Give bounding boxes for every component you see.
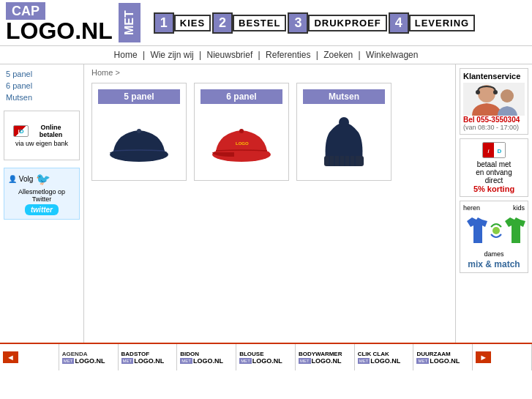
- phone-hours: (van 08:30 - 17:00): [463, 124, 525, 131]
- footer-item-agenda[interactable]: AGENDA MET LOGO.NL: [59, 344, 119, 370]
- ideal-widget: iD Online betalen via uw eigen bank: [4, 111, 80, 160]
- met-badge-agenda: MET: [62, 358, 75, 364]
- product-image-5panel: [99, 108, 179, 174]
- footer-duurzaam-label: DUURZAAM: [416, 351, 460, 357]
- page-header: CAP LOGO.NL MET 1 KIES 2 BESTEL 3 DRUKPR…: [0, 0, 532, 46]
- footer-blouse-logo: MET LOGO.NL: [239, 357, 282, 365]
- footer-item-next[interactable]: ►: [473, 344, 532, 370]
- step-4-label: LEVERING: [409, 15, 475, 31]
- mm-heren: heren: [463, 204, 480, 212]
- footer-clikclak-label: CLIK CLAK: [358, 351, 401, 357]
- phone-number: Bel 055-3550304: [463, 116, 525, 124]
- nav-home[interactable]: Home: [114, 50, 138, 60]
- nav-referenties[interactable]: Referenties: [266, 50, 310, 60]
- mm-title: mix & match: [463, 259, 525, 269]
- product-title-6panel: 6 panel: [201, 89, 282, 104]
- met-badge-blouse: MET: [239, 358, 252, 364]
- footer-badstof-label: BADSTOF: [121, 351, 165, 357]
- ideal-line1: betaal met: [463, 160, 525, 168]
- svg-point-12: [339, 117, 349, 127]
- step-3-num: 3: [288, 12, 308, 34]
- ideal-payment-widget: i D betaal met en ontvang direct 5% kort…: [460, 138, 528, 197]
- mm-dames: dames: [463, 250, 525, 258]
- steps-bar: 1 KIES 2 BESTEL 3 DRUKPROEF 4 LEVERING: [154, 12, 475, 34]
- nav-nieuwsbrief[interactable]: Nieuwsbrief: [207, 50, 253, 60]
- footer-item-blouse-content: BLOUSE MET LOGO.NL: [239, 351, 282, 365]
- sidebar-item-6panel[interactable]: 6 panel: [0, 80, 83, 92]
- footer-bidon-label: BIDON: [180, 351, 223, 357]
- svg-point-16: [501, 89, 514, 102]
- footer-item-blouse[interactable]: BLOUSE MET LOGO.NL: [236, 344, 296, 370]
- met-badge-bodywarmer: MET: [299, 358, 311, 364]
- volg-label: 👤 Volg: [8, 175, 33, 183]
- mm-kids: kids: [513, 204, 525, 212]
- met-badge-clikclak: MET: [358, 358, 370, 364]
- footer-item-clikclak[interactable]: CLIK CLAK MET LOGO.NL: [355, 344, 414, 370]
- footer-item-bidon-content: BIDON MET LOGO.NL: [180, 351, 223, 365]
- step-4: 4 LEVERING: [389, 12, 475, 34]
- footer-item-duurzaam[interactable]: DUURZAAM MET LOGO.NL: [413, 344, 473, 370]
- product-card-5panel[interactable]: 5 panel: [91, 83, 187, 181]
- step-3: 3 DRUKPROEF: [288, 12, 386, 34]
- nav-wie-zijn-wij[interactable]: Wie zijn wij: [150, 50, 193, 60]
- footer-item-duurzaam-content: DUURZAAM MET LOGO.NL: [416, 351, 460, 365]
- left-sidebar: 5 panel 6 panel Mutsen iD Online betalen…: [0, 64, 84, 343]
- twitter-desc: Allesmetlogo op Twitter: [8, 188, 75, 203]
- step-2-label: BESTEL: [233, 15, 286, 31]
- product-title-5panel: 5 panel: [98, 89, 180, 104]
- footer-item-bidon[interactable]: BIDON MET LOGO.NL: [177, 344, 236, 370]
- svg-rect-5: [324, 156, 364, 166]
- beanie-svg: [311, 112, 377, 171]
- mix-match-icons: [463, 214, 525, 248]
- logo-area: CAP LOGO.NL MET: [6, 3, 146, 42]
- logo-agenda: LOGO.NL: [75, 357, 105, 365]
- step-1-num: 1: [154, 12, 174, 34]
- footer-item-0[interactable]: ◄: [0, 344, 59, 370]
- step-1-label: KIES: [174, 15, 211, 31]
- product-title-mutsen: Mutsen: [303, 89, 385, 104]
- twitter-widget: 👤 Volg 🐦 Allesmetlogo op Twitter twitter: [4, 168, 80, 220]
- step-4-num: 4: [389, 12, 409, 34]
- footer-bidon-logo: MET LOGO.NL: [180, 357, 223, 365]
- footer-clikclak-logo: MET LOGO.NL: [358, 357, 401, 365]
- footer-item-agenda-content: AGENDA MET LOGO.NL: [62, 351, 105, 365]
- footer-item-bodywarmer[interactable]: BODYWARMER MET LOGO.NL: [296, 344, 355, 370]
- met-badge-duurzaam: MET: [416, 358, 429, 364]
- nav-zoeken[interactable]: Zoeken: [323, 50, 353, 60]
- footer-badstof-logo: MET LOGO.NL: [121, 357, 165, 365]
- cap-navy-svg: [102, 114, 176, 169]
- sidebar-item-mutsen[interactable]: Mutsen: [0, 92, 83, 103]
- footer-agenda-logo: MET LOGO.NL: [62, 357, 105, 365]
- footer-item-clikclak-content: CLIK CLAK MET LOGO.NL: [358, 351, 401, 365]
- svg-point-15: [493, 90, 498, 94]
- footer-bar: ◄ AGENDA MET LOGO.NL BADSTOF MET LOGO.NL…: [0, 343, 532, 370]
- ideal-payment-logo: i D: [482, 142, 506, 158]
- footer-arrow-left: ◄: [3, 351, 18, 363]
- svg-point-14: [476, 90, 480, 94]
- product-image-6panel: LOGO: [201, 108, 282, 174]
- logo-blouse: LOGO.NL: [252, 357, 282, 365]
- footer-bodywarmer-label: BODYWARMER: [299, 351, 342, 357]
- footer-agenda-label: AGENDA: [62, 351, 105, 357]
- klantenservice-image: [463, 83, 525, 116]
- ideal-logo-icon: iD: [13, 125, 29, 137]
- footer-duurzaam-logo: MET LOGO.NL: [416, 357, 460, 365]
- twitter-bird-icon: 🐦: [36, 172, 50, 186]
- korting-text: 5% korting: [463, 184, 525, 193]
- products-grid: 5 panel 6 pan: [91, 83, 448, 181]
- product-card-6panel[interactable]: 6 panel LOGO: [194, 83, 289, 181]
- product-card-mutsen[interactable]: Mutsen: [296, 83, 391, 181]
- sidebar-item-5panel[interactable]: 5 panel: [0, 68, 83, 80]
- footer-item-badstof[interactable]: BADSTOF MET LOGO.NL: [119, 344, 178, 370]
- ideal-line2: en ontvang: [463, 168, 525, 176]
- footer-bodywarmer-logo: MET LOGO.NL: [299, 357, 342, 365]
- svg-text:LOGO: LOGO: [236, 141, 249, 146]
- step-3-label: DRUKPROEF: [308, 15, 386, 31]
- logo-cap: CAP LOGO.NL: [6, 4, 113, 42]
- logo-clikclak: LOGO.NL: [370, 357, 400, 365]
- step-2: 2 BESTEL: [212, 12, 286, 34]
- klantenservice-title: Klantenservice: [463, 72, 525, 81]
- footer-blouse-label: BLOUSE: [239, 351, 282, 357]
- nav-winkelwagen[interactable]: Winkelwagen: [366, 50, 418, 60]
- svg-point-3: [239, 129, 244, 133]
